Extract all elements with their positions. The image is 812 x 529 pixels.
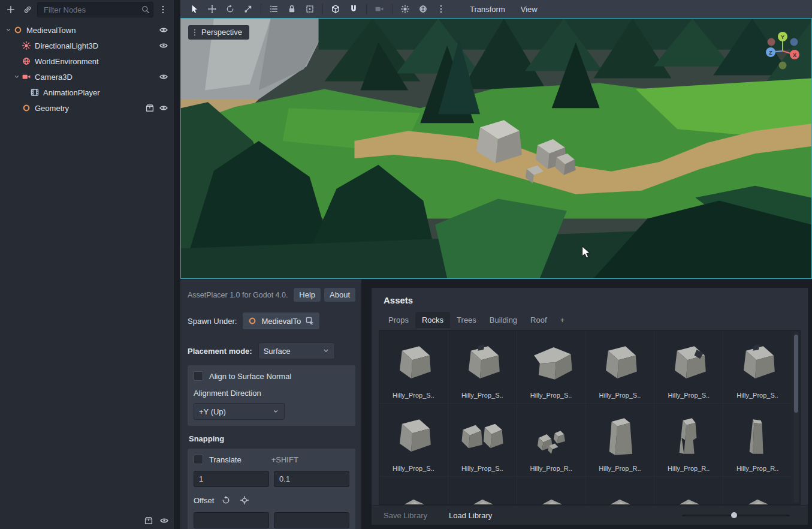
add-node-button[interactable] — [4, 2, 18, 17]
asset-card[interactable] — [448, 477, 517, 505]
asset-card[interactable] — [379, 477, 448, 505]
pick-node-icon[interactable] — [304, 315, 315, 326]
select-mode-button[interactable] — [265, 1, 283, 17]
asset-card-hilly-prop-s-[interactable]: Hilly_Prop_S.. — [379, 404, 448, 477]
axis-y-label: Y — [781, 34, 784, 40]
expander-icon[interactable] — [4, 26, 13, 35]
perspective-menu[interactable]: Perspective — [188, 25, 249, 40]
translate-snap-checkbox[interactable] — [194, 455, 203, 464]
group-selected-button[interactable] — [301, 1, 319, 17]
tree-node-worldenvironment[interactable]: WorldEnvironment — [0, 53, 174, 69]
asset-card-hilly-prop-r-[interactable]: Hilly_Prop_R.. — [586, 404, 655, 477]
tree-node-directionallight3d[interactable]: DirectionalLight3D — [0, 38, 174, 53]
translate-step-fine-input[interactable] — [274, 471, 349, 487]
offset-picker-icon[interactable] — [238, 494, 251, 507]
asset-card-hilly-prop-s-[interactable]: Hilly_Prop_S.. — [517, 330, 586, 404]
offset-y-input[interactable] — [274, 512, 349, 528]
offset-x-input[interactable] — [194, 512, 269, 528]
asset-card-hilly-prop-r-[interactable]: Hilly_Prop_R.. — [654, 404, 723, 477]
spawn-under-node-button[interactable]: MedievalTo — [243, 312, 319, 329]
node-label: Geometry — [35, 104, 69, 113]
tree-node-camera3d[interactable]: Camera3D — [0, 69, 174, 85]
package-icon[interactable] — [143, 101, 156, 115]
node-label: DirectionalLight3D — [35, 41, 98, 50]
toolbar-separator — [366, 4, 367, 14]
view-extra-options-button[interactable] — [432, 1, 450, 17]
asset-card-hilly-prop-s-[interactable]: Hilly_Prop_S.. — [586, 330, 655, 404]
tab-add[interactable]: + — [554, 312, 572, 328]
menu-view[interactable]: View — [514, 2, 544, 16]
preview-sunlight-button[interactable] — [396, 1, 414, 17]
lock-selected-button[interactable] — [283, 1, 301, 17]
assets-scrollbar[interactable] — [793, 332, 799, 503]
placement-mode-label: Placement mode: — [188, 347, 252, 356]
drag-handle-icon — [191, 28, 199, 37]
asset-card[interactable] — [723, 477, 792, 505]
asset-card-hilly-prop-r-[interactable]: Hilly_Prop_R.. — [723, 404, 792, 477]
offset-inputs-row-clipped — [194, 512, 349, 528]
alignment-direction-dropdown[interactable]: +Y (Up) — [194, 403, 285, 420]
tab-building[interactable]: Building — [483, 312, 524, 328]
translate-snap-label: Translate — [209, 455, 242, 464]
thumbnail-size-slider[interactable] — [682, 511, 790, 519]
camera-preview-button[interactable] — [370, 1, 388, 17]
tab-props[interactable]: Props — [382, 312, 415, 328]
axis-neg-y[interactable] — [779, 62, 787, 70]
asset-card-hilly-prop-s-[interactable]: Hilly_Prop_S.. — [448, 330, 517, 404]
assets-panel-title: Assets — [372, 288, 808, 305]
help-button[interactable]: Help — [294, 288, 321, 302]
asset-thumbnail — [454, 480, 511, 505]
tree-node-animationplayer[interactable]: AnimationPlayer — [0, 85, 174, 100]
asset-card-hilly-prop-s-[interactable]: Hilly_Prop_S.. — [723, 330, 792, 404]
scale-tool-button[interactable] — [239, 1, 257, 17]
tab-trees[interactable]: Trees — [450, 312, 483, 328]
expander-spacer — [12, 41, 21, 50]
asset-card-hilly-prop-s-[interactable]: Hilly_Prop_S.. — [379, 330, 448, 404]
filter-nodes-input[interactable] — [43, 5, 141, 15]
asset-card[interactable] — [586, 477, 655, 505]
about-button[interactable]: About — [324, 288, 355, 302]
package-icon[interactable] — [141, 513, 156, 528]
axis-neg-z[interactable] — [790, 38, 798, 46]
use-snap-button[interactable] — [345, 1, 363, 17]
save-library-button[interactable]: Save Library — [380, 510, 431, 521]
tab-rocks[interactable]: Rocks — [415, 312, 450, 328]
visibility-eye-icon[interactable] — [156, 23, 170, 37]
scene-dock-menu-button[interactable] — [156, 2, 170, 17]
use-local-space-button[interactable] — [327, 1, 345, 17]
tree-node-medievaltown[interactable]: MedievalTown — [0, 22, 174, 38]
eye-icon[interactable] — [157, 513, 171, 528]
asset-card[interactable] — [517, 477, 586, 505]
tab-roof[interactable]: Roof — [524, 312, 553, 328]
slider-knob[interactable] — [731, 512, 737, 518]
axis-gizmo[interactable]: Y X Z — [760, 28, 805, 74]
align-to-surface-checkbox[interactable] — [194, 371, 203, 381]
alignment-direction-label: Alignment Direction — [194, 389, 349, 398]
asset-card-hilly-prop-s-[interactable]: Hilly_Prop_S.. — [654, 330, 723, 404]
menu-transform[interactable]: Transform — [463, 2, 512, 16]
expander-icon[interactable] — [12, 73, 21, 82]
placement-mode-dropdown[interactable]: Surface — [258, 342, 335, 359]
tree-node-geometry[interactable]: Geometry — [0, 100, 174, 116]
preview-environment-button[interactable] — [414, 1, 432, 17]
move-tool-button[interactable] — [203, 1, 221, 17]
instance-scene-button[interactable] — [20, 2, 35, 17]
visibility-eye-icon[interactable] — [156, 39, 170, 53]
axis-neg-x[interactable] — [768, 38, 775, 46]
load-library-button[interactable]: Load Library — [445, 510, 496, 521]
assets-scrollbar-thumb[interactable] — [794, 335, 798, 413]
asset-card-hilly-prop-r-[interactable]: Hilly_Prop_R.. — [517, 404, 586, 477]
visibility-eye-icon[interactable] — [156, 101, 170, 115]
rotate-tool-button[interactable] — [221, 1, 239, 17]
asset-thumbnail — [660, 407, 717, 465]
translate-step-input[interactable] — [194, 471, 269, 487]
3d-viewport[interactable]: Perspective Y X Z — [180, 18, 812, 279]
select-tool-button[interactable] — [185, 1, 203, 17]
reset-offset-icon[interactable] — [219, 494, 233, 507]
offset-label: Offset — [194, 496, 214, 505]
visibility-eye-icon[interactable] — [156, 70, 170, 84]
asset-card-hilly-prop-s-[interactable]: Hilly_Prop_S.. — [448, 404, 517, 477]
spawn-node-name: MedievalTo — [261, 317, 301, 326]
asset-thumbnail — [729, 334, 786, 392]
asset-card[interactable] — [654, 477, 723, 505]
